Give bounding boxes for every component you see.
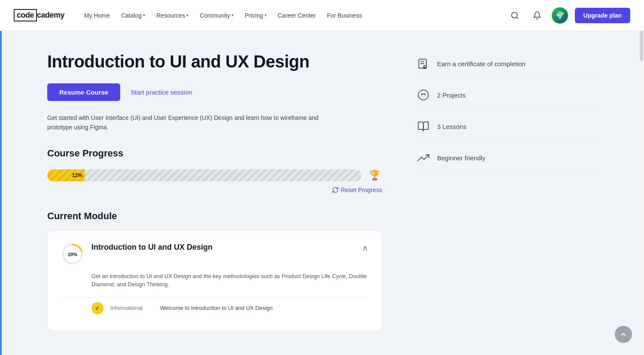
reset-progress-link[interactable]: Reset Progress xyxy=(332,187,382,193)
content-right: Earn a certificate of completion 2 Proje… xyxy=(416,52,597,331)
svg-text:20%: 20% xyxy=(68,252,77,257)
lesson-name: Welcome to Introduction to UI and UX Des… xyxy=(160,305,273,311)
search-icon xyxy=(510,11,519,20)
progress-row: 12% 🏆 xyxy=(47,168,382,183)
scrollbar-track[interactable] xyxy=(639,0,644,355)
resume-course-button[interactable]: Resume Course xyxy=(47,83,120,101)
upgrade-button[interactable]: Upgrade plan xyxy=(575,8,630,23)
current-module-heading: Current Module xyxy=(47,211,382,222)
lessons-text: 3 Lessons xyxy=(437,123,466,130)
main-container: Introduction to UI and UX Design Resume … xyxy=(21,31,623,348)
progress-section-heading: Course Progress xyxy=(47,148,382,159)
nav-item-pricing[interactable]: Pricing ▾ xyxy=(240,9,271,21)
module-title: Introduction to UI and UX Design xyxy=(91,243,213,252)
navbar: codecademy My Home Catalog ▾ Resources ▾… xyxy=(0,0,644,31)
avatar[interactable]: 🌍 xyxy=(552,7,568,24)
reset-row: Reset Progress xyxy=(47,187,382,193)
module-progress-circle: 20% xyxy=(61,243,84,265)
lesson-type: Informational xyxy=(110,305,153,311)
nav-item-resources[interactable]: Resources ▾ xyxy=(152,9,193,21)
action-row: Resume Course Start practice session xyxy=(47,83,382,101)
page-title: Introduction to UI and UX Design xyxy=(47,52,382,71)
reset-icon xyxy=(332,187,339,193)
nav-item-community[interactable]: Community ▾ xyxy=(195,9,238,21)
right-panel-beginner: Beginner friendly xyxy=(416,142,597,174)
trophy-icon: 🏆 xyxy=(367,168,382,183)
lesson-row: ✓ Informational Welcome to Introduction … xyxy=(61,297,368,318)
nav-actions: 🌍 Upgrade plan xyxy=(507,7,630,24)
notification-button[interactable] xyxy=(529,8,545,23)
logo[interactable]: codecademy xyxy=(14,9,64,21)
logo-code: code xyxy=(14,9,37,21)
nav-links: My Home Catalog ▾ Resources ▾ Community … xyxy=(80,9,495,21)
catalog-chevron-icon: ▾ xyxy=(143,13,145,18)
module-expand-button[interactable]: ∧ xyxy=(362,243,368,253)
scroll-to-top-button[interactable] xyxy=(615,326,632,343)
bell-icon xyxy=(533,11,541,20)
nav-item-business[interactable]: For Business xyxy=(322,9,366,21)
right-panel-projects: 2 Projects xyxy=(416,80,597,111)
nav-item-catalog[interactable]: Catalog ▾ xyxy=(117,9,149,21)
svg-line-1 xyxy=(516,17,518,18)
nav-item-myhome[interactable]: My Home xyxy=(80,9,114,21)
course-description: Get started with User Interface (UI) and… xyxy=(47,113,339,132)
module-card: 20% Introduction to UI and UX Design ∧ G… xyxy=(47,230,382,331)
right-panel-lessons: 3 Lessons xyxy=(416,111,597,142)
nav-item-career[interactable]: Career Center xyxy=(273,9,320,21)
right-panel-certificate: Earn a certificate of completion xyxy=(416,55,597,80)
beginner-text: Beginner friendly xyxy=(437,154,486,162)
projects-icon xyxy=(416,88,430,102)
module-description: Get an introduction to UI and UX Design … xyxy=(61,272,368,289)
pricing-chevron-icon: ▾ xyxy=(264,13,267,18)
beginner-icon xyxy=(416,151,430,165)
progress-stripes xyxy=(47,169,361,181)
lesson-check-icon: ✓ xyxy=(91,302,103,314)
left-accent-bar xyxy=(0,0,2,355)
community-chevron-icon: ▾ xyxy=(231,13,234,18)
search-button[interactable] xyxy=(507,8,522,23)
module-header: 20% Introduction to UI and UX Design ∧ xyxy=(61,243,368,265)
module-title-area: Introduction to UI and UX Design ∧ xyxy=(91,243,368,254)
certificate-icon xyxy=(416,57,430,70)
lessons-icon xyxy=(416,119,430,133)
resources-chevron-icon: ▾ xyxy=(186,13,188,18)
progress-bar: 12% xyxy=(47,169,361,181)
certificate-text: Earn a certificate of completion xyxy=(437,60,526,67)
logo-academy: cademy xyxy=(37,11,64,20)
practice-session-link[interactable]: Start practice session xyxy=(131,89,192,96)
chevron-up-icon xyxy=(620,331,627,338)
content-left: Introduction to UI and UX Design Resume … xyxy=(47,52,382,331)
projects-text: 2 Projects xyxy=(437,92,466,99)
